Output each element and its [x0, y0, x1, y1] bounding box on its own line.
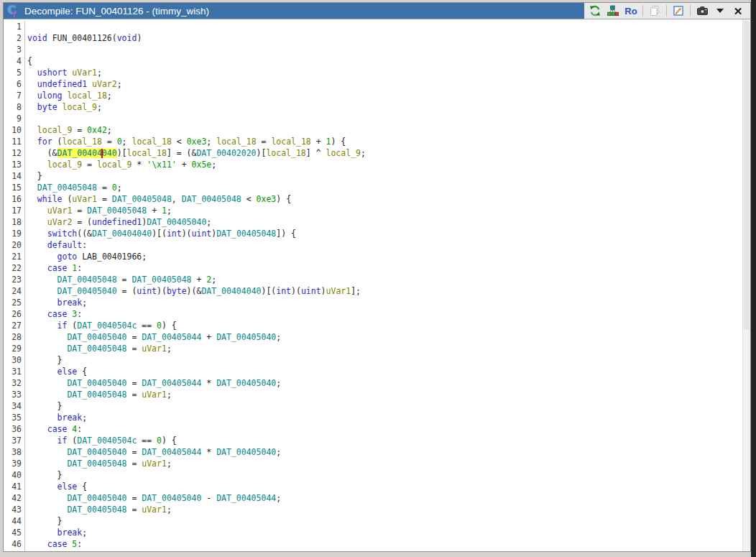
code-line-content[interactable]: DAT_00405048 = DAT_00405048 + 2; — [25, 274, 216, 285]
code-token[interactable]: uVar1 — [142, 344, 167, 354]
code-token[interactable]: DAT_00405040 — [67, 378, 126, 388]
code-token[interactable]: uVar1 — [142, 505, 167, 515]
code-token[interactable]: )[ — [117, 148, 127, 158]
code-token[interactable] — [27, 493, 67, 503]
code-token[interactable]: 0x5e — [192, 160, 212, 170]
code-line-content[interactable]: break; — [25, 297, 87, 308]
code-token[interactable]: = — [117, 551, 132, 551]
code-token[interactable] — [27, 263, 47, 273]
code-line[interactable]: 33 DAT_00405048 = uVar1; — [4, 389, 743, 400]
code-token[interactable]: LAB_00401966 — [82, 252, 142, 262]
code-line[interactable]: 5 ushort uVar1; — [4, 67, 743, 78]
code-token[interactable] — [27, 413, 57, 423]
code-token[interactable]: DAT_00405048 — [67, 505, 126, 515]
edit-icon[interactable] — [672, 4, 685, 17]
code-token[interactable]: ; — [82, 528, 87, 538]
code-token[interactable]: 0 — [157, 321, 162, 331]
code-token[interactable]: local_9 — [97, 160, 132, 170]
code-token[interactable]: ; — [117, 79, 122, 89]
code-token[interactable]: = ( — [117, 286, 137, 296]
code-line-content[interactable]: } — [25, 469, 62, 481]
code-token[interactable]: DAT_00405048 — [37, 183, 97, 193]
code-token[interactable]: uVar1 — [326, 286, 351, 296]
code-line[interactable]: 34 } — [4, 400, 743, 412]
code-token[interactable]: DAT_00405040 — [67, 447, 126, 457]
code-token[interactable]: = — [126, 332, 142, 342]
code-token[interactable]: ; — [206, 217, 211, 227]
code-token[interactable]: = — [126, 459, 142, 469]
code-line[interactable]: 46 case 5: — [4, 538, 743, 550]
code-token[interactable]: case — [47, 263, 68, 273]
code-token[interactable]: while — [37, 194, 63, 204]
code-line-content[interactable]: break; — [25, 527, 87, 538]
code-line[interactable]: 11 for (local_18 = 0; local_18 < 0xe3; l… — [4, 136, 743, 147]
code-line-content[interactable]: DAT_00405048 = uVar1; — [25, 504, 172, 515]
code-token[interactable]: if — [57, 436, 68, 446]
titlebar-title-area[interactable]: Cf Decompile: FUN_00401126 - (timmy_wish… — [4, 3, 584, 19]
code-token[interactable]: = — [72, 125, 87, 135]
code-line[interactable]: 35 break; — [4, 412, 743, 423]
code-token[interactable]: void — [27, 33, 47, 43]
code-token[interactable]: DAT_00405040 — [216, 378, 276, 388]
code-token[interactable] — [27, 183, 37, 193]
code-line[interactable]: 43 DAT_00405048 = uVar1; — [4, 504, 743, 515]
code-line[interactable]: 40 } — [4, 469, 743, 481]
code-token[interactable]: uint — [137, 286, 157, 296]
code-token[interactable]: DAT_0040504c — [77, 436, 137, 446]
code-line-content[interactable]: switch((&DAT_00404040)[(int)(uint)DAT_00… — [25, 228, 296, 239]
code-token[interactable] — [27, 286, 57, 296]
code-token[interactable] — [27, 68, 37, 78]
code-token[interactable] — [27, 436, 57, 446]
code-token[interactable]: DAT_00405048 — [132, 275, 191, 285]
code-token[interactable]: 0xe3 — [257, 194, 277, 204]
code-token[interactable] — [27, 321, 57, 331]
code-line-content[interactable]: } — [25, 515, 62, 527]
code-token[interactable]: ; — [82, 298, 87, 308]
code-token[interactable]: + — [147, 206, 162, 216]
code-token[interactable]: = — [126, 344, 142, 354]
code-line[interactable]: 23 DAT_00405048 = DAT_00405048 + 2; — [4, 274, 743, 285]
scrollbar-thumb[interactable] — [744, 21, 750, 330]
code-line[interactable]: 13 local_9 = local_9 * '\x11' + 0x5e; — [4, 159, 743, 170]
code-token[interactable]: local_18 — [266, 148, 305, 158]
code-token[interactable]: DAT_00405048 — [67, 344, 126, 354]
code-token[interactable]: ; — [97, 102, 102, 112]
code-token[interactable]: int — [276, 286, 291, 296]
code-line[interactable]: 20 default: — [4, 239, 743, 251]
code-token[interactable]: local_18 — [132, 137, 171, 147]
code-token[interactable]: = — [72, 206, 87, 216]
code-token[interactable]: == — [137, 321, 157, 331]
code-token[interactable]: )( — [157, 286, 167, 296]
code-line[interactable]: 28 DAT_00405040 = DAT_00405044 + DAT_004… — [4, 331, 743, 343]
code-token[interactable]: )[( — [152, 229, 167, 239]
code-token[interactable]: ; — [276, 493, 281, 503]
code-line[interactable]: 26 case 3: — [4, 308, 743, 320]
code-token[interactable]: DAT_00402020 — [196, 148, 256, 158]
code-token[interactable]: local_18 — [271, 137, 310, 147]
code-token[interactable]: : — [77, 539, 82, 549]
code-line-content[interactable]: break; — [25, 412, 87, 423]
code-line-content[interactable]: } — [25, 400, 62, 412]
code-token[interactable]: ( — [67, 321, 77, 331]
code-token[interactable]: ) — [321, 286, 326, 296]
code-token[interactable]: } — [27, 171, 42, 181]
code-token[interactable]: DAT_00405044 — [142, 447, 201, 457]
code-token[interactable] — [27, 102, 37, 112]
code-token[interactable]: ; — [211, 160, 216, 170]
code-token[interactable]: ^ — [192, 551, 207, 551]
code-token[interactable] — [27, 252, 57, 262]
code-token[interactable]: + — [311, 137, 326, 147]
code-token[interactable]: = — [97, 194, 112, 204]
refresh-icon[interactable] — [589, 4, 601, 17]
code-token[interactable]: ; — [211, 275, 216, 285]
code-token[interactable]: byte — [167, 286, 187, 296]
code-token[interactable]: = — [126, 390, 142, 400]
code-token[interactable] — [27, 424, 47, 434]
code-token[interactable]: : — [77, 424, 82, 434]
code-token[interactable]: ((& — [77, 229, 92, 239]
code-token[interactable] — [27, 332, 67, 342]
code-token[interactable]: ; — [266, 551, 271, 551]
code-token[interactable]: byte — [37, 102, 57, 112]
code-line-content[interactable]: case 1: — [25, 262, 82, 274]
code-token[interactable]: goto — [57, 252, 78, 262]
